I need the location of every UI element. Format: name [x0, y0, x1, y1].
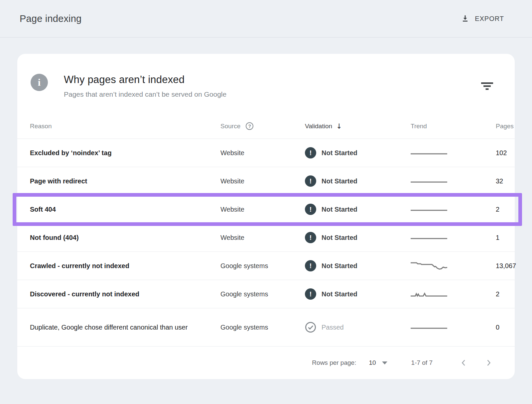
pages-cell: 1 [496, 234, 518, 242]
export-label: EXPORT [475, 15, 504, 23]
page-title: Page indexing [20, 13, 81, 24]
trend-sparkline [393, 232, 496, 243]
source-cell: Google systems [220, 324, 305, 331]
status-icon: ! [305, 232, 316, 243]
reason-cell: Soft 404 [17, 204, 190, 215]
validation-label: Not Started [322, 290, 357, 298]
pages-cell: 102 [496, 149, 526, 157]
info-icon: i [31, 74, 48, 91]
previous-page-button[interactable] [458, 357, 469, 369]
reason-cell: Not found (404) [17, 232, 190, 243]
table-footer: Rows per page: 10 1-7 of 7 [17, 347, 515, 379]
trend-sparkline [393, 176, 496, 186]
source-cell: Website [220, 177, 305, 185]
column-header-trend[interactable]: Trend [393, 123, 496, 130]
column-header-reason[interactable]: Reason [17, 123, 220, 130]
reason-cell: Discovered - currently not indexed [17, 289, 190, 299]
dropdown-arrow-icon [382, 361, 387, 364]
reason-cell: Excluded by ‘noindex’ tag [17, 148, 190, 158]
validation-label: Passed [322, 324, 344, 331]
validation-cell: ! Not Started [305, 260, 393, 271]
source-cell: Website [220, 206, 305, 213]
download-icon [461, 14, 469, 23]
pages-cell: 0 [496, 324, 518, 331]
trend-sparkline [393, 322, 496, 333]
pages-cell: 32 [496, 177, 522, 185]
table-row[interactable]: Crawled - currently not indexed Google s… [17, 252, 515, 280]
validation-header-label: Validation [305, 123, 332, 130]
source-header-label: Source [220, 123, 240, 130]
rows-per-page-select[interactable]: 10 [369, 359, 387, 366]
chevron-right-icon [485, 359, 492, 367]
export-button[interactable]: EXPORT [461, 14, 504, 23]
table-row[interactable]: Page with redirect Website ! Not Started… [17, 167, 515, 195]
source-cell: Google systems [220, 290, 305, 298]
pagination-range: 1-7 of 7 [411, 359, 433, 366]
table-row[interactable]: Discovered - currently not indexed Googl… [17, 280, 515, 308]
validation-cell: ! Not Started [305, 232, 393, 243]
table-row[interactable]: Duplicate, Google chose different canoni… [17, 308, 515, 347]
table-row[interactable]: Soft 404 Website ! Not Started 2 [17, 195, 515, 224]
status-icon: ! [305, 260, 316, 271]
trend-sparkline [393, 204, 496, 215]
pages-cell: 2 [496, 290, 518, 298]
table-header-row: Reason Source ? Validation ↓ Trend Pages [17, 114, 515, 139]
status-icon: ! [305, 204, 316, 215]
status-icon: ! [305, 175, 316, 187]
column-header-pages[interactable]: Pages [496, 123, 532, 130]
validation-label: Not Started [322, 206, 357, 213]
column-header-source[interactable]: Source ? [220, 122, 305, 130]
validation-cell: ! Not Started [305, 175, 393, 187]
pages-cell: 13,067 [496, 262, 532, 270]
card-header: i Why pages aren’t indexed Pages that ar… [17, 74, 515, 98]
next-page-button[interactable] [483, 357, 494, 369]
table-row[interactable]: Not found (404) Website ! Not Started 1 [17, 224, 515, 252]
validation-label: Not Started [322, 262, 357, 270]
column-header-validation[interactable]: Validation ↓ [305, 122, 393, 130]
trend-sparkline [393, 148, 496, 158]
rows-per-page-label: Rows per page: [312, 359, 356, 366]
sort-descending-icon: ↓ [336, 122, 342, 130]
validation-label: Not Started [322, 234, 357, 242]
table-row[interactable]: Excluded by ‘noindex’ tag Website ! Not … [17, 139, 515, 167]
card-subtitle: Pages that aren’t indexed can’t be serve… [64, 90, 479, 98]
validation-cell: ! Not Started [305, 204, 393, 215]
status-icon: ! [305, 288, 316, 300]
reason-cell: Crawled - currently not indexed [17, 260, 190, 271]
filter-icon [481, 81, 493, 90]
reason-cell: Duplicate, Google chose different canoni… [17, 322, 190, 333]
source-cell: Google systems [220, 262, 305, 270]
trend-sparkline [393, 260, 496, 271]
source-cell: Website [220, 149, 305, 157]
source-cell: Website [220, 234, 305, 242]
reason-cell: Page with redirect [17, 176, 190, 186]
validation-cell: ! Not Started [305, 147, 393, 158]
validation-label: Not Started [322, 177, 357, 185]
help-icon[interactable]: ? [246, 122, 253, 130]
validation-cell: Passed [305, 322, 393, 333]
status-icon: ! [305, 147, 316, 158]
validation-label: Not Started [322, 149, 357, 157]
table-body: Excluded by ‘noindex’ tag Website ! Not … [17, 139, 515, 347]
chevron-left-icon [460, 359, 467, 367]
filter-button[interactable] [479, 80, 495, 92]
status-icon [305, 322, 316, 333]
card-title: Why pages aren’t indexed [64, 74, 479, 86]
trend-sparkline [393, 289, 496, 299]
pages-cell: 2 [496, 206, 518, 213]
validation-cell: ! Not Started [305, 288, 393, 300]
rows-per-page-value: 10 [369, 359, 376, 366]
why-pages-not-indexed-card: i Why pages aren’t indexed Pages that ar… [17, 54, 515, 379]
top-bar: Page indexing EXPORT [0, 0, 532, 38]
